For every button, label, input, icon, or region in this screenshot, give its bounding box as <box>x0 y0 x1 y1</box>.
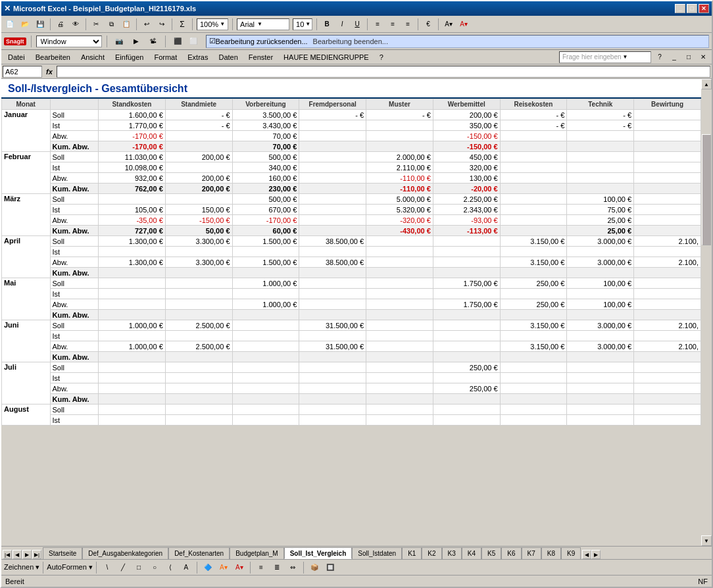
data-cell[interactable] <box>165 162 232 173</box>
data-cell[interactable]: - € <box>165 110 232 120</box>
data-cell[interactable] <box>634 215 701 226</box>
new-button[interactable]: 📄 <box>3 18 17 31</box>
data-cell[interactable] <box>99 268 166 278</box>
tab-soll-ist-vergleich[interactable]: Soll_Ist_Vergleich <box>284 547 353 559</box>
data-cell[interactable]: 1.750,00 € <box>433 278 500 289</box>
font-size-dropdown-icon[interactable]: ▼ <box>305 21 310 27</box>
menu-help[interactable]: ? <box>374 50 389 64</box>
data-cell[interactable] <box>433 268 500 278</box>
scroll-down-button[interactable]: ▼ <box>701 535 712 546</box>
data-cell[interactable] <box>165 331 232 341</box>
data-cell[interactable] <box>567 394 634 404</box>
data-cell[interactable] <box>232 404 299 415</box>
data-cell[interactable] <box>366 310 433 320</box>
data-cell[interactable]: 2.343,00 € <box>433 205 500 215</box>
data-cell[interactable]: - € <box>165 120 232 131</box>
scroll-up-button[interactable]: ▲ <box>701 79 712 89</box>
data-cell[interactable] <box>634 247 701 257</box>
data-cell[interactable] <box>567 289 634 299</box>
data-cell[interactable]: 38.500,00 € <box>299 236 366 247</box>
data-cell[interactable] <box>299 141 366 152</box>
copy-button[interactable]: ⧉ <box>104 18 118 31</box>
data-cell[interactable]: 200,00 € <box>165 184 232 194</box>
data-cell[interactable] <box>500 352 567 362</box>
data-cell[interactable]: 3.000,00 € <box>567 320 634 331</box>
data-cell[interactable] <box>500 184 567 194</box>
tab-k5[interactable]: K5 <box>481 547 501 559</box>
data-cell[interactable] <box>366 131 433 141</box>
data-cell[interactable] <box>634 226 701 236</box>
open-button[interactable]: 📂 <box>18 18 32 31</box>
undo-button[interactable]: ↩ <box>139 18 154 31</box>
data-cell[interactable] <box>366 299 433 310</box>
data-cell[interactable] <box>299 299 366 310</box>
data-cell[interactable]: 1.500,00 € <box>232 257 299 268</box>
snagit-btn3[interactable]: 📽 <box>146 35 160 48</box>
data-cell[interactable] <box>165 352 232 362</box>
data-cell[interactable]: 2.100, <box>634 320 701 331</box>
data-cell[interactable]: 2.500,00 € <box>165 320 232 331</box>
data-cell[interactable]: -170,00 € <box>99 141 166 152</box>
data-cell[interactable] <box>232 383 299 394</box>
vertical-scrollbar[interactable]: ▲ ▼ <box>701 79 712 546</box>
data-cell[interactable]: - € <box>500 120 567 131</box>
data-cell[interactable] <box>433 352 500 362</box>
data-cell[interactable]: 340,00 € <box>232 162 299 173</box>
tab-k8[interactable]: K8 <box>541 547 561 559</box>
data-cell[interactable] <box>99 194 166 205</box>
data-cell[interactable] <box>232 394 299 404</box>
data-cell[interactable] <box>567 131 634 141</box>
tab-k4[interactable]: K4 <box>462 547 481 559</box>
data-cell[interactable]: 1.750,00 € <box>433 299 500 310</box>
data-cell[interactable] <box>366 278 433 289</box>
data-cell[interactable] <box>366 415 433 426</box>
help-search-box[interactable]: Frage hier eingeben ▼ <box>559 51 651 63</box>
data-cell[interactable] <box>433 236 500 247</box>
data-cell[interactable]: 250,00 € <box>500 278 567 289</box>
print-button[interactable]: 🖨 <box>53 18 68 31</box>
cell-reference-box[interactable]: A62 <box>3 66 42 78</box>
data-cell[interactable] <box>500 247 567 257</box>
data-cell[interactable] <box>500 215 567 226</box>
data-cell[interactable] <box>165 394 232 404</box>
draw-btn1[interactable]: \ <box>100 561 114 574</box>
tab-budgetplan-m[interactable]: Budgetplan_M <box>230 547 284 559</box>
data-cell[interactable] <box>232 415 299 426</box>
draw-color-btn2[interactable]: A▾ <box>216 561 231 574</box>
data-cell[interactable] <box>232 331 299 341</box>
data-cell[interactable] <box>165 141 232 152</box>
font-size-selector[interactable]: 10 ▼ <box>293 18 312 30</box>
data-cell[interactable]: 5.000,00 € <box>366 194 433 205</box>
data-cell[interactable] <box>99 362 166 373</box>
tab-def-ausgabenkategorien[interactable]: Def_Ausgabenkategorien <box>82 547 168 559</box>
menu-einfuegen[interactable]: Einfügen <box>110 50 149 64</box>
fill-color-button[interactable]: A▾ <box>441 18 456 31</box>
data-cell[interactable]: 3.000,00 € <box>567 257 634 268</box>
data-cell[interactable]: 250,00 € <box>500 299 567 310</box>
data-cell[interactable] <box>634 331 701 341</box>
tab-k9[interactable]: K9 <box>561 547 581 559</box>
tab-prev-button[interactable]: ◀ <box>12 550 22 559</box>
data-cell[interactable] <box>99 331 166 341</box>
data-cell[interactable] <box>165 268 232 278</box>
data-cell[interactable] <box>433 373 500 383</box>
data-cell[interactable] <box>299 415 366 426</box>
data-cell[interactable] <box>500 415 567 426</box>
tab-startseite[interactable]: Startseite <box>43 547 82 559</box>
data-cell[interactable]: 350,00 € <box>433 120 500 131</box>
data-cell[interactable] <box>433 247 500 257</box>
data-cell[interactable] <box>634 162 701 173</box>
data-cell[interactable] <box>500 373 567 383</box>
currency-button[interactable]: € <box>421 18 435 31</box>
data-cell[interactable] <box>366 341 433 352</box>
data-cell[interactable] <box>366 236 433 247</box>
data-cell[interactable]: -110,00 € <box>366 173 433 184</box>
data-cell[interactable] <box>165 310 232 320</box>
data-cell[interactable] <box>500 362 567 373</box>
data-cell[interactable] <box>500 331 567 341</box>
window-dropdown[interactable]: Window <box>36 36 102 47</box>
data-cell[interactable] <box>232 268 299 278</box>
data-cell[interactable]: 3.150,00 € <box>500 257 567 268</box>
data-cell[interactable] <box>500 194 567 205</box>
data-cell[interactable]: -20,00 € <box>433 184 500 194</box>
